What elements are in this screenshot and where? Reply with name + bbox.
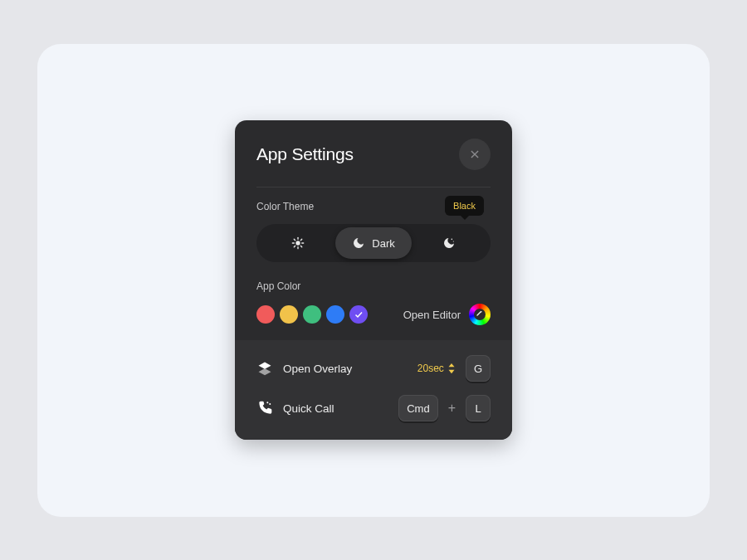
theme-option-black[interactable] [412,227,487,259]
overlay-timer-stepper[interactable]: 20sec [417,363,456,374]
layers-icon [256,360,273,377]
theme-option-dark-label: Dark [372,237,394,250]
quick-call-label: Quick Call [283,402,334,415]
swatch-green[interactable] [303,305,321,324]
stepper-icon [447,363,456,374]
overlay-key[interactable]: G [466,355,491,382]
theme-option-light[interactable] [260,227,335,259]
open-editor-label: Open Editor [403,309,461,321]
theme-option-dark[interactable]: Dark [335,227,411,259]
color-theme-label: Color Theme [256,201,314,212]
svg-line-8 [300,239,301,240]
panel-top: App Settings Color Theme Black [235,120,512,340]
open-overlay-row: Open Overlay 20sec G [256,355,491,382]
artboard: App Settings Color Theme Black [37,44,710,517]
swatch-purple[interactable] [349,305,368,324]
open-overlay-label: Open Overlay [283,363,352,375]
overlay-timer-value: 20sec [417,363,444,374]
header-row: App Settings [256,139,491,170]
svg-point-17 [269,403,271,405]
svg-line-5 [294,239,295,240]
color-theme-heading: Color Theme Black [256,201,491,212]
moon-stars-icon [442,236,456,250]
svg-point-16 [266,402,268,403]
svg-marker-13 [259,368,271,375]
check-icon [354,309,364,319]
swatch-red[interactable] [256,305,275,324]
svg-marker-12 [259,363,271,369]
svg-point-10 [453,241,454,241]
key-combiner: + [448,401,456,416]
svg-line-6 [300,246,301,246]
swatch-blue[interactable] [326,305,344,324]
svg-line-7 [294,246,295,246]
moon-icon [352,236,365,250]
swatch-row: Open Editor [256,304,491,325]
svg-marker-14 [448,363,454,367]
svg-point-0 [295,241,300,245]
close-button[interactable] [459,139,491,170]
phone-icon [256,400,273,416]
svg-marker-15 [448,370,454,373]
color-wheel-icon [469,304,491,325]
swatch-yellow[interactable] [280,305,298,324]
settings-panel: App Settings Color Theme Black [235,120,512,440]
svg-point-9 [452,239,453,241]
divider [256,187,491,187]
close-icon [469,149,481,160]
theme-segmented-control: Dark [256,224,491,262]
quick-call-modifier-key[interactable]: Cmd [398,395,437,421]
open-color-editor[interactable]: Open Editor [403,304,491,325]
app-color-label: App Color [256,280,491,292]
quick-call-row: Quick Call Cmd + L [256,395,491,421]
panel-bottom: Open Overlay 20sec G [235,340,512,440]
sun-icon [291,236,305,250]
panel-title: App Settings [256,144,354,164]
theme-tooltip: Black [445,196,484,216]
svg-point-11 [481,311,482,313]
quick-call-key[interactable]: L [466,395,491,421]
